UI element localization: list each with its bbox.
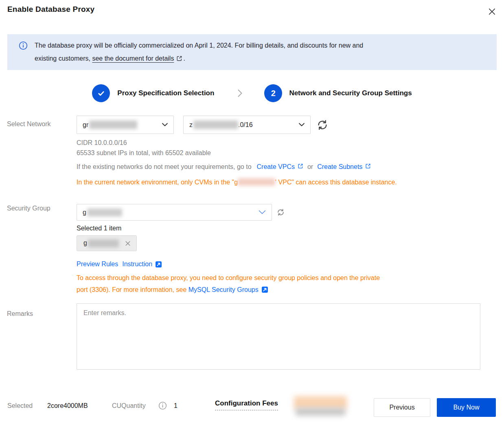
- refresh-security-group-icon[interactable]: [277, 208, 285, 216]
- configuration-fees-subtext-redacted: [296, 408, 345, 416]
- network-help-row: If the existing networks do not meet you…: [77, 163, 371, 171]
- network-warning-text: In the current network environment, only…: [77, 178, 488, 186]
- cu-quantity-value: 1: [174, 402, 177, 410]
- sg-links-row: Preview Rules Instruction: [77, 261, 162, 268]
- configuration-fees-price-redacted: [294, 396, 347, 409]
- step1-completed-check-icon: [92, 84, 110, 102]
- subnet-availability-text: 65533 subnet IPs in total, with 65502 av…: [77, 149, 211, 157]
- banner-line2-prefix: existing customers,: [35, 55, 92, 62]
- remarks-input[interactable]: [77, 303, 480, 370]
- select-network-label: Select Network: [7, 120, 51, 128]
- refresh-network-icon[interactable]: [317, 119, 328, 131]
- cu-quantity-label: CUQuantity: [112, 402, 146, 410]
- step2-label: Network and Security Group Settings: [289, 89, 412, 97]
- close-icon[interactable]: [486, 6, 497, 17]
- vpc-name-redacted: [238, 178, 275, 186]
- network-help-text: If the existing networks do not meet you…: [77, 163, 252, 171]
- security-group-select[interactable]: g: [77, 204, 272, 221]
- vpc-select[interactable]: gr: [77, 116, 174, 134]
- banner-period: .: [183, 55, 185, 62]
- see-document-link[interactable]: see the document for details: [92, 55, 174, 62]
- cu-quantity-info-icon[interactable]: [158, 401, 167, 410]
- page-title: Enable Database Proxy: [7, 5, 94, 14]
- tag-value-redacted: [88, 239, 119, 248]
- sg-value-prefix: g: [83, 209, 86, 216]
- chevron-down-icon: [162, 123, 168, 127]
- or-text: or: [307, 163, 313, 171]
- sg-warning-line1: To access through the database proxy, yo…: [77, 274, 380, 281]
- subnet-value-prefix: z: [189, 121, 193, 129]
- create-subnets-link[interactable]: Create Subnets: [317, 163, 362, 171]
- selected-spec-value: 2core4000MB: [47, 402, 88, 410]
- external-link-icon[interactable]: [261, 286, 268, 293]
- vpc-value-prefix: gr: [83, 121, 88, 129]
- network-warning-suffix: ' VPC" can access this database instance…: [275, 179, 397, 186]
- network-warning-prefix: In the current network environment, only…: [77, 179, 238, 186]
- remarks-label: Remarks: [7, 310, 33, 318]
- external-link-icon[interactable]: [365, 163, 371, 171]
- sg-value-redacted: [87, 208, 122, 217]
- external-link-icon[interactable]: [155, 261, 162, 268]
- external-link-icon[interactable]: [298, 163, 303, 171]
- info-banner: The database proxy will be officially co…: [7, 34, 497, 70]
- tag-value-prefix: g: [83, 239, 87, 246]
- preview-rules-link[interactable]: Preview Rules: [77, 261, 118, 268]
- enable-database-proxy-dialog: Enable Database Proxy The database proxy…: [0, 0, 504, 425]
- banner-line1: The database proxy will be officially co…: [35, 42, 363, 49]
- previous-button[interactable]: Previous: [374, 398, 430, 417]
- mysql-security-groups-link[interactable]: MySQL Security Groups: [188, 286, 259, 293]
- chevron-down-icon: [299, 123, 305, 127]
- create-vpcs-link[interactable]: Create VPCs: [257, 163, 295, 171]
- vpc-value-redacted: [89, 120, 137, 129]
- instruction-link[interactable]: Instruction: [122, 261, 152, 268]
- configuration-fees-label: Configuration Fees: [215, 399, 278, 410]
- step1-label: Proxy Specification Selection: [117, 89, 214, 97]
- step2-number-badge: 2: [264, 84, 282, 102]
- remove-tag-icon[interactable]: [125, 240, 131, 247]
- banner-text: The database proxy will be officially co…: [35, 39, 486, 66]
- external-link-icon: [176, 53, 182, 66]
- sg-warning-line2-prefix: port (3306). For more information, see: [77, 286, 188, 293]
- buy-now-button[interactable]: Buy Now: [437, 398, 496, 417]
- subnet-value-suffix: .0/16: [238, 121, 253, 129]
- chevron-right-icon: [237, 88, 243, 98]
- selected-count-text: Selected 1 item: [77, 225, 121, 232]
- info-icon: [19, 41, 28, 50]
- security-group-label: Security Group: [7, 205, 50, 212]
- subnet-select[interactable]: z.0/16: [183, 116, 311, 134]
- selected-label: Selected: [7, 402, 33, 410]
- step-indicator: Proxy Specification Selection 2 Network …: [0, 84, 504, 102]
- cidr-text: CIDR 10.0.0.0/16: [77, 139, 127, 147]
- subnet-value-redacted: [193, 120, 238, 129]
- security-group-tag: g: [77, 235, 137, 251]
- sg-warning-text: To access through the database proxy, yo…: [77, 272, 482, 296]
- chevron-down-icon: [259, 210, 266, 215]
